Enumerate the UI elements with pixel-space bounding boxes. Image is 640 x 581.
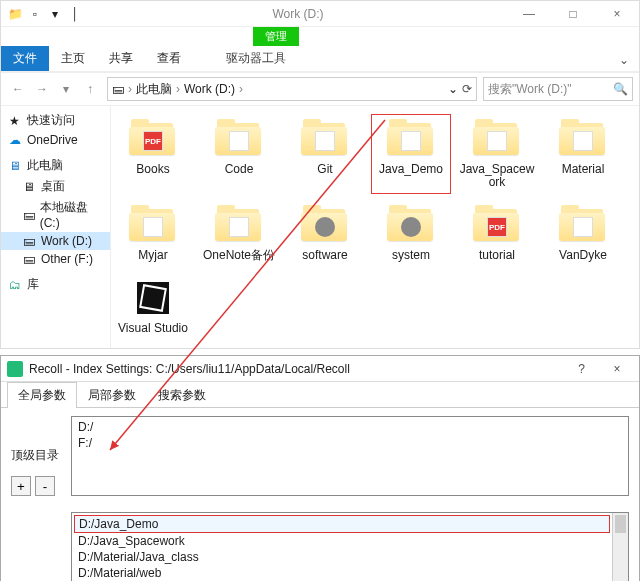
folder-item[interactable]: PDFBooks: [113, 114, 193, 194]
ribbon-tab-share[interactable]: 共享: [97, 46, 145, 71]
star-icon: ★: [9, 114, 23, 128]
folder-item[interactable]: PDFtutorial: [457, 200, 537, 267]
address-row: ← → ▾ ↑ 🖴 › 此电脑 › Work (D:) › ⌄ ⟳ 搜索"Wor…: [1, 73, 639, 106]
chevron-right-icon[interactable]: ›: [176, 82, 180, 96]
pc-icon: 🖥: [9, 159, 23, 173]
folder-label: Java_Demo: [379, 163, 443, 176]
folder-label: VanDyke: [559, 249, 607, 262]
folder-label: Books: [136, 163, 169, 176]
nav-work-d[interactable]: 🖴Work (D:): [1, 232, 110, 250]
drive-icon: 🖴: [23, 252, 37, 266]
nav-back-button[interactable]: ←: [7, 78, 29, 100]
window-title: Work (D:): [89, 7, 507, 21]
tab-global[interactable]: 全局参数: [7, 382, 77, 408]
folder-item[interactable]: Code: [199, 114, 279, 194]
top-dirs-list[interactable]: D:/F:/: [71, 416, 629, 496]
nav-history-button[interactable]: ▾: [55, 78, 77, 100]
list-item[interactable]: F:/: [74, 435, 626, 451]
folder-label: system: [392, 249, 430, 262]
folder-item[interactable]: Git: [285, 114, 365, 194]
tab-local[interactable]: 局部参数: [77, 382, 147, 408]
scrollbar-thumb[interactable]: [615, 515, 626, 533]
list-item[interactable]: D:/Java_Demo: [74, 515, 610, 533]
folder-icon: PDF: [129, 119, 177, 159]
qat-separator: │: [67, 6, 83, 22]
folder-label: OneNote备份: [203, 249, 275, 262]
folder-item[interactable]: Myjar: [113, 200, 193, 267]
close-button[interactable]: ×: [601, 362, 633, 376]
folder-item[interactable]: VanDyke: [543, 200, 623, 267]
folder-icon: [215, 119, 263, 159]
folder-icon: [215, 205, 263, 245]
tab-search[interactable]: 搜索参数: [147, 382, 217, 408]
folder-item[interactable]: Visual Studio: [113, 273, 193, 340]
chevron-right-icon[interactable]: ›: [128, 82, 132, 96]
ribbon-tabs: 文件 主页 共享 查看: [1, 47, 193, 71]
scrollbar[interactable]: [612, 513, 628, 581]
navigation-pane: ★快速访问 ☁OneDrive 🖥此电脑 🖥桌面 🖴本地磁盘 (C:) 🖴Wor…: [1, 106, 111, 348]
maximize-button[interactable]: □: [551, 1, 595, 27]
nav-up-button[interactable]: ↑: [79, 78, 101, 100]
nav-other-f[interactable]: 🖴Other (F:): [1, 250, 110, 268]
folder-label: tutorial: [479, 249, 515, 262]
skip-paths-list[interactable]: D:/Java_DemoD:/Java_SpaceworkD:/Material…: [71, 512, 629, 581]
explorer-titlebar: 📁 ▫ ▾ │ Work (D:) — □ ×: [1, 1, 639, 27]
list-item[interactable]: D:/Material/web: [74, 565, 610, 581]
nav-label: 快速访问: [27, 112, 75, 129]
nav-thispc[interactable]: 🖥此电脑: [1, 155, 110, 176]
folder-icon: [387, 205, 435, 245]
top-dirs-add-button[interactable]: +: [11, 476, 31, 496]
close-button[interactable]: ×: [595, 1, 639, 27]
ribbon-tab-view[interactable]: 查看: [145, 46, 193, 71]
nav-libraries[interactable]: 🗂库: [1, 274, 110, 295]
folder-item[interactable]: Java_Spacework: [457, 114, 537, 194]
address-dropdown[interactable]: ⌄: [448, 82, 458, 96]
library-icon: 🗂: [9, 278, 23, 292]
section-top-dirs: 顶级目录 + - D:/F:/: [1, 408, 639, 504]
breadcrumb-drive[interactable]: Work (D:): [184, 82, 235, 96]
folder-label: Code: [225, 163, 254, 176]
ribbon-tab-file[interactable]: 文件: [1, 46, 49, 71]
folder-item[interactable]: OneNote备份: [199, 200, 279, 267]
nav-local-c[interactable]: 🖴本地磁盘 (C:): [1, 197, 110, 232]
nav-label: 库: [27, 276, 39, 293]
folder-icon: PDF: [473, 205, 521, 245]
folder-icon: [473, 119, 521, 159]
nav-forward-button[interactable]: →: [31, 78, 53, 100]
qat-dropdown[interactable]: ▾: [47, 6, 63, 22]
nav-label: 本地磁盘 (C:): [40, 199, 104, 230]
folder-item[interactable]: Material: [543, 114, 623, 194]
refresh-button[interactable]: ⟳: [462, 82, 472, 96]
list-item[interactable]: D:/Java_Spacework: [74, 533, 610, 549]
help-button[interactable]: ?: [566, 362, 598, 376]
address-bar[interactable]: 🖴 › 此电脑 › Work (D:) › ⌄ ⟳: [107, 77, 477, 101]
nav-onedrive[interactable]: ☁OneDrive: [1, 131, 110, 149]
folder-icon: [559, 119, 607, 159]
folder-item[interactable]: system: [371, 200, 451, 267]
top-dirs-remove-button[interactable]: -: [35, 476, 55, 496]
recoll-app-icon: [7, 361, 23, 377]
drive-icon: 🖴: [23, 234, 37, 248]
ribbon-expand-button[interactable]: ⌄: [609, 49, 639, 71]
nav-label: 桌面: [41, 178, 65, 195]
ribbon-tab-home[interactable]: 主页: [49, 46, 97, 71]
nav-desktop[interactable]: 🖥桌面: [1, 176, 110, 197]
list-item[interactable]: D:/Material/Java_class: [74, 549, 610, 565]
list-item[interactable]: D:/: [74, 419, 626, 435]
breadcrumb-thispc[interactable]: 此电脑: [136, 81, 172, 98]
search-input[interactable]: 搜索"Work (D:)" 🔍: [483, 77, 633, 101]
cloud-icon: ☁: [9, 133, 23, 147]
folder-item[interactable]: Java_Demo: [371, 114, 451, 194]
folder-icon: [129, 205, 177, 245]
folder-item[interactable]: software: [285, 200, 365, 267]
drive-icon: 🖴: [112, 82, 124, 96]
nav-quick-access[interactable]: ★快速访问: [1, 110, 110, 131]
ribbon-tab-drive-tools[interactable]: 驱动器工具: [213, 46, 299, 71]
recoll-dialog: Recoll - Index Settings: C:/Users/liu11/…: [0, 355, 640, 581]
folder-label: Visual Studio: [118, 322, 188, 335]
chevron-right-icon[interactable]: ›: [239, 82, 243, 96]
qat-item[interactable]: ▫: [27, 6, 43, 22]
nav-label: 此电脑: [27, 157, 63, 174]
folder-icon: [129, 278, 177, 318]
minimize-button[interactable]: —: [507, 1, 551, 27]
